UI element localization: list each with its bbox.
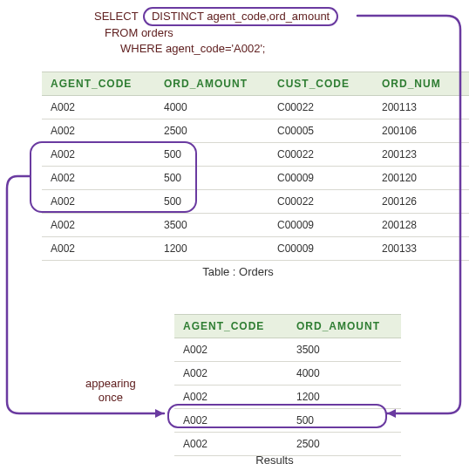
table-cell: 4000 (288, 362, 401, 386)
table-cell: 4000 (155, 96, 269, 119)
table-row: A002500C00009200120 (42, 167, 469, 190)
results-table-container: AGENT_CODE ORD_AMOUNT A0023500A0024000A0… (174, 314, 401, 456)
col-ord-amount: ORD_AMOUNT (288, 315, 401, 338)
table-cell: A002 (174, 362, 288, 386)
table-cell: A002 (174, 338, 288, 362)
table-cell: 200106 (373, 119, 469, 143)
table-cell: A002 (42, 143, 155, 167)
col-ord-amount: ORD_AMOUNT (155, 72, 269, 96)
orders-table: AGENT_CODE ORD_AMOUNT CUST_CODE ORD_NUM … (42, 72, 469, 261)
table-row: A0022500C00005200106 (42, 119, 469, 143)
table-cell: 200126 (373, 190, 469, 214)
table-cell: C00009 (269, 237, 373, 261)
table-cell: A002 (42, 190, 155, 214)
table-cell: 2500 (288, 433, 401, 456)
appearing-line1: appearing (85, 377, 136, 390)
appearing-once-label: appearing once (85, 377, 136, 404)
table-cell: 200123 (373, 143, 469, 167)
table-cell: C00022 (269, 96, 373, 119)
table-header-row: AGENT_CODE ORD_AMOUNT CUST_CODE ORD_NUM (42, 72, 469, 96)
table-cell: 200133 (373, 237, 469, 261)
col-cust-code: CUST_CODE (269, 72, 373, 96)
table-cell: 3500 (288, 338, 401, 362)
table-row: A0021200C00009200133 (42, 237, 469, 261)
table-cell: A002 (174, 433, 288, 456)
table-cell: 1200 (288, 386, 401, 409)
svg-marker-1 (155, 409, 164, 418)
sql-select-kw: SELECT (94, 10, 138, 23)
table-header-row: AGENT_CODE ORD_AMOUNT (174, 315, 401, 338)
table-row: A0021200 (174, 386, 401, 409)
table-row: A0023500 (174, 338, 401, 362)
appearing-line2: once (99, 391, 123, 404)
table-cell: A002 (42, 214, 155, 237)
table-cell: C00022 (269, 190, 373, 214)
table-cell: A002 (42, 237, 155, 261)
sql-where-line: WHERE agent_code='A002'; (120, 42, 265, 55)
sql-from-line: FROM orders (105, 26, 173, 39)
table-cell: 2500 (155, 119, 269, 143)
results-caption: Results (174, 454, 375, 464)
table-cell: 500 (155, 167, 269, 190)
table-cell: C00022 (269, 143, 373, 167)
table-cell: 200113 (373, 96, 469, 119)
sql-distinct-bubble: DISTINCT agent_code,ord_amount (143, 7, 338, 26)
col-agent-code: AGENT_CODE (174, 315, 288, 338)
table-cell: A002 (174, 409, 288, 433)
orders-table-container: AGENT_CODE ORD_AMOUNT CUST_CODE ORD_NUM … (42, 72, 469, 261)
col-agent-code: AGENT_CODE (42, 72, 155, 96)
table-cell: A002 (174, 386, 288, 409)
table-row: A0024000C00022200113 (42, 96, 469, 119)
table-cell: A002 (42, 96, 155, 119)
table-row: A0022500 (174, 433, 401, 456)
table-cell: 1200 (155, 237, 269, 261)
table-cell: C00009 (269, 167, 373, 190)
sql-select-line: SELECT DISTINCT agent_code,ord_amount (94, 7, 338, 26)
table-cell: 3500 (155, 214, 269, 237)
table-cell: C00009 (269, 214, 373, 237)
table-cell: C00005 (269, 119, 373, 143)
table-row: A002500C00022200123 (42, 143, 469, 167)
table-row: A0023500C00009200128 (42, 214, 469, 237)
table-row: A0024000 (174, 362, 401, 386)
table-cell: 200120 (373, 167, 469, 190)
col-ord-num: ORD_NUM (373, 72, 469, 96)
results-table: AGENT_CODE ORD_AMOUNT A0023500A0024000A0… (174, 314, 401, 456)
table-cell: A002 (42, 167, 155, 190)
table-row: A002500C00022200126 (42, 190, 469, 214)
table-row: A002500 (174, 409, 401, 433)
table-cell: 200128 (373, 214, 469, 237)
table-cell: 500 (155, 143, 269, 167)
table-cell: A002 (42, 119, 155, 143)
table-cell: 500 (288, 409, 401, 433)
table-cell: 500 (155, 190, 269, 214)
orders-caption: Table : Orders (42, 265, 434, 278)
sql-distinct-text: DISTINCT agent_code,ord_amount (152, 10, 330, 23)
